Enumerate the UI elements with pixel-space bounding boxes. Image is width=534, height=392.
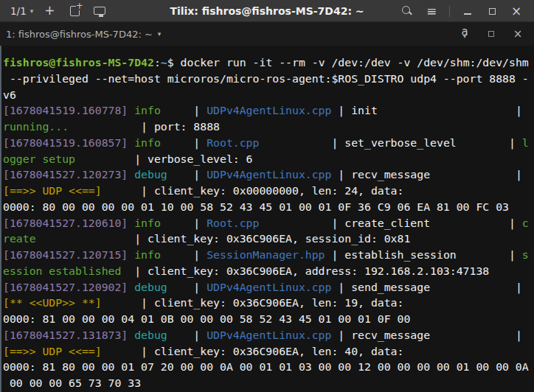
detach-terminal-button[interactable] bbox=[91, 2, 108, 20]
terminal-row: --privileged --net=host microros/micro-r… bbox=[3, 71, 534, 87]
terminal-text-segment: UDPv4AgentLinux.cpp bbox=[207, 281, 331, 293]
terminal-row: [1678041527.120902] debug | UDPv4AgentLi… bbox=[3, 279, 534, 295]
terminal-text-segment: | bbox=[331, 329, 351, 341]
tab-title-label: 1: fishros@fishros-MS-7D42: ~ bbox=[6, 29, 153, 40]
menu-button[interactable]: ≡ bbox=[423, 2, 440, 20]
terminal-text-segment: [1678041527.120273] bbox=[3, 168, 134, 181]
active-terminal-indicator bbox=[0, 46, 1, 392]
tabbar-right-group: a ▾ × bbox=[456, 25, 534, 43]
terminal-text-segment: debug bbox=[134, 168, 167, 181]
plus-icon: + bbox=[44, 4, 55, 17]
terminal-text-segment: ogger setup bbox=[3, 153, 75, 165]
terminal-text-segment: recv_message | bbox=[351, 329, 522, 341]
terminal-row: [1678041527.120715] info | SessionManage… bbox=[3, 247, 534, 263]
terminal-text-segment: s bbox=[522, 248, 529, 261]
maximize-button[interactable] bbox=[483, 2, 501, 20]
terminal-text-segment: create_client | bbox=[344, 217, 522, 229]
titlebar-separator bbox=[449, 6, 450, 17]
terminal-text-segment: c bbox=[522, 217, 529, 229]
terminal-row: running... | port: 8888 bbox=[3, 119, 534, 135]
terminal-text-segment: [1678041519.160778] bbox=[3, 104, 134, 116]
terminal-row: fishros@fishros-MS-7D42:~$ docker run -i… bbox=[3, 55, 534, 71]
terminal-text-segment: fishros@fishros-MS-7D42 bbox=[3, 56, 154, 69]
terminal-row: 0000: 80 00 00 00 00 01 10 00 58 52 43 4… bbox=[3, 199, 534, 215]
titlebar-left-group: 1/1 ▾ + bbox=[0, 2, 108, 20]
new-session-button[interactable]: + bbox=[41, 2, 58, 20]
profile-button[interactable]: a ▾ bbox=[456, 25, 474, 43]
terminal-text-segment: | bbox=[167, 329, 207, 341]
tabbar: 1: fishros@fishros-MS-7D42: ~ ▾ a ▾ × bbox=[0, 22, 534, 46]
minimize-icon bbox=[464, 13, 471, 15]
terminal-text-segment: ession established bbox=[3, 265, 121, 277]
terminal-text-segment: establish_session | bbox=[344, 248, 522, 261]
terminal-text-segment: | bbox=[167, 281, 207, 293]
close-button[interactable]: × bbox=[507, 2, 525, 20]
titlebar-right-group: ≡ × bbox=[398, 0, 534, 22]
terminal-row: ogger setup | verbose_level: 6 bbox=[3, 151, 534, 167]
terminal-text-segment: [1678041527.120902] bbox=[3, 281, 134, 293]
close-icon: × bbox=[511, 5, 521, 18]
terminal-text-segment: l bbox=[522, 136, 529, 149]
search-button[interactable] bbox=[398, 2, 416, 20]
terminal-text-segment: [==>> UDP <<==] bbox=[3, 345, 102, 357]
terminal[interactable]: fishros@fishros-MS-7D42:~$ docker run -i… bbox=[0, 46, 534, 392]
terminal-text-segment: recv_message | bbox=[351, 168, 522, 181]
terminal-text-segment: 0000: 81 80 00 00 01 07 20 00 00 0A 00 0… bbox=[3, 360, 529, 373]
maximize-icon bbox=[489, 8, 496, 15]
terminal-row: [1678041519.160857] info | Root.cpp | se… bbox=[3, 135, 534, 151]
terminal-text-segment: info bbox=[134, 136, 161, 149]
terminal-text-segment: v6 bbox=[3, 88, 16, 101]
session-counter-label: 1/1 bbox=[10, 5, 27, 17]
terminal-row: [1678041519.160778] info | UDPv4AgentLin… bbox=[3, 102, 534, 119]
terminal-text-segment: --privileged --net=host microros/micro-r… bbox=[3, 72, 529, 85]
terminal-text-segment: UDPv4AgentLinux.cpp bbox=[207, 329, 331, 341]
terminal-text-segment: SessionManager.hpp bbox=[207, 248, 325, 261]
terminal-text-segment: | bbox=[331, 281, 351, 293]
hamburger-menu-icon: ≡ bbox=[426, 5, 437, 18]
close-icon: × bbox=[513, 29, 523, 40]
terminal-row: [==>> UDP <<==] | client_key: 0x36C906EA… bbox=[3, 343, 534, 360]
terminal-text-segment: UDPv4AgentLinux.cpp bbox=[207, 168, 331, 181]
terminal-text-segment: [** <<UDP>> **] bbox=[3, 296, 102, 309]
terminal-text-segment: Root.cpp bbox=[207, 136, 259, 149]
chevron-down-icon: ▾ bbox=[158, 30, 162, 38]
terminal-output: fishros@fishros-MS-7D42:~$ docker run -i… bbox=[3, 55, 534, 391]
terminal-tab[interactable]: 1: fishros@fishros-MS-7D42: ~ ▾ bbox=[0, 29, 161, 40]
terminal-row: 0000: 81 00 00 00 04 01 0B 00 00 00 58 5… bbox=[3, 311, 534, 327]
close-terminal-button[interactable]: × bbox=[509, 25, 527, 43]
terminal-text-segment: debug bbox=[134, 329, 167, 341]
terminal-row: v6 bbox=[3, 87, 534, 103]
terminal-text-segment: | bbox=[161, 217, 207, 229]
terminal-text-segment: 0000: 80 00 00 00 00 01 10 00 58 52 43 4… bbox=[3, 200, 509, 213]
terminal-text-segment: | client_key: 0x36C906EA, len: 40, data: bbox=[102, 345, 404, 357]
terminal-text-segment: ~ bbox=[161, 56, 167, 69]
terminal-text-segment: | client_key: 0x36C906EA, session_id: 0x… bbox=[36, 232, 411, 245]
terminal-text-segment: Root.cpp bbox=[207, 217, 259, 229]
maximize-terminal-button[interactable] bbox=[482, 25, 500, 43]
session-switcher[interactable]: 1/1 ▾ bbox=[10, 5, 33, 17]
terminal-row: ession established | client_key: 0x36C90… bbox=[3, 263, 534, 279]
terminal-text-segment: | bbox=[325, 248, 345, 261]
new-terminal-button[interactable] bbox=[66, 2, 83, 20]
terminal-text-segment: 0000: 81 00 00 00 04 01 0B 00 00 00 58 5… bbox=[3, 312, 410, 325]
terminal-text-segment: | bbox=[259, 217, 344, 229]
terminal-text-segment: info bbox=[134, 248, 161, 261]
terminal-text-segment: $ docker run -it --rm -v /dev:/dev -v /d… bbox=[167, 56, 529, 69]
titlebar: 1/1 ▾ + Tilix: fishros@fishros-MS-7D42: … bbox=[0, 0, 534, 22]
terminal-text-segment: [==>> UDP <<==] bbox=[3, 184, 102, 197]
terminal-text-segment: | client_key: 0x36C906EA, len: 19, data: bbox=[102, 296, 404, 309]
terminal-text-segment: : bbox=[154, 56, 161, 69]
terminal-text-segment: | port: 8888 bbox=[69, 120, 220, 133]
terminal-row: [==>> UDP <<==] | client_key: 0x00000000… bbox=[3, 183, 534, 199]
terminal-text-segment: | bbox=[259, 136, 344, 149]
terminal-text-segment: send_message | bbox=[351, 281, 522, 293]
terminal-text-segment: running... bbox=[3, 120, 69, 133]
minimize-button[interactable] bbox=[459, 2, 476, 20]
terminal-text-segment: [1678041527.120715] bbox=[3, 248, 134, 261]
terminal-row: [1678041527.120610] info | Root.cpp | cr… bbox=[3, 215, 534, 231]
terminal-text-segment: reate bbox=[3, 232, 36, 245]
terminal-row: reate | client_key: 0x36C906EA, session_… bbox=[3, 231, 534, 247]
terminal-row: 0000: 81 80 00 00 01 07 20 00 00 0A 00 0… bbox=[3, 359, 534, 375]
terminal-text-segment: [1678041519.160857] bbox=[3, 136, 134, 149]
terminal-text-segment: [1678041527.120610] bbox=[3, 217, 134, 229]
